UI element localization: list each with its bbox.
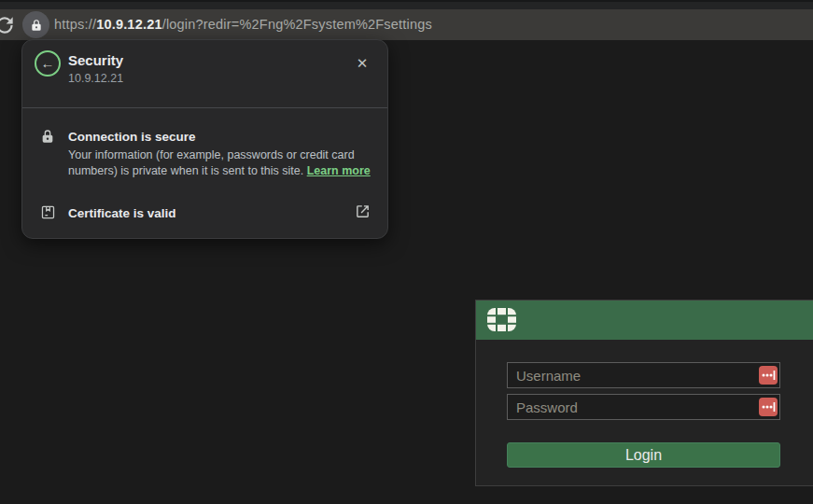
back-button[interactable]: ← xyxy=(35,50,61,77)
password-manager-icon[interactable] xyxy=(759,366,778,385)
browser-top-strip xyxy=(0,0,813,9)
connection-body-line2: numbers) is private when it is sent to t… xyxy=(68,164,303,177)
site-info-lock-button[interactable] xyxy=(22,11,49,38)
learn-more-link[interactable]: Learn more xyxy=(307,164,371,177)
login-panel-header xyxy=(476,301,813,340)
connection-secure-heading: Connection is secure xyxy=(68,130,196,144)
certificate-row[interactable]: Certificate is valid xyxy=(22,197,387,227)
close-button[interactable]: ✕ xyxy=(353,54,371,73)
external-link-icon[interactable] xyxy=(355,203,371,219)
back-arrow-icon: ← xyxy=(41,55,55,71)
fortinet-grid-logo xyxy=(487,308,516,331)
certificate-label: Certificate is valid xyxy=(68,206,176,220)
lock-icon xyxy=(30,19,43,32)
popup-divider xyxy=(22,107,387,108)
address-bar[interactable]: https://10.9.12.21/login?redir=%2Fng%2Fs… xyxy=(0,9,813,40)
certificate-icon xyxy=(40,204,56,220)
security-popup: ← Security 10.9.12.21 ✕ Connection is se… xyxy=(21,39,388,239)
username-input[interactable] xyxy=(507,362,780,388)
connection-body-line1: Your information (for example, passwords… xyxy=(68,148,355,161)
url-path: /login?redir=%2Fng%2Fsystem%2Fsettings xyxy=(162,17,432,32)
login-button[interactable]: Login xyxy=(507,442,780,468)
close-icon: ✕ xyxy=(357,55,369,71)
url-scheme: https:// xyxy=(54,17,96,32)
connection-secure-body: Your information (for example, passwords… xyxy=(68,147,382,179)
url-text[interactable]: https://10.9.12.21/login?redir=%2Fng%2Fs… xyxy=(54,9,432,40)
popup-site-host: 10.9.12.21 xyxy=(68,72,123,85)
lock-icon xyxy=(40,129,55,144)
popup-title: Security xyxy=(68,52,123,68)
refresh-icon[interactable] xyxy=(0,13,17,37)
password-manager-icon[interactable] xyxy=(759,398,778,416)
url-host: 10.9.12.21 xyxy=(96,17,162,32)
password-input[interactable] xyxy=(507,394,780,420)
login-panel: Login xyxy=(475,300,813,486)
